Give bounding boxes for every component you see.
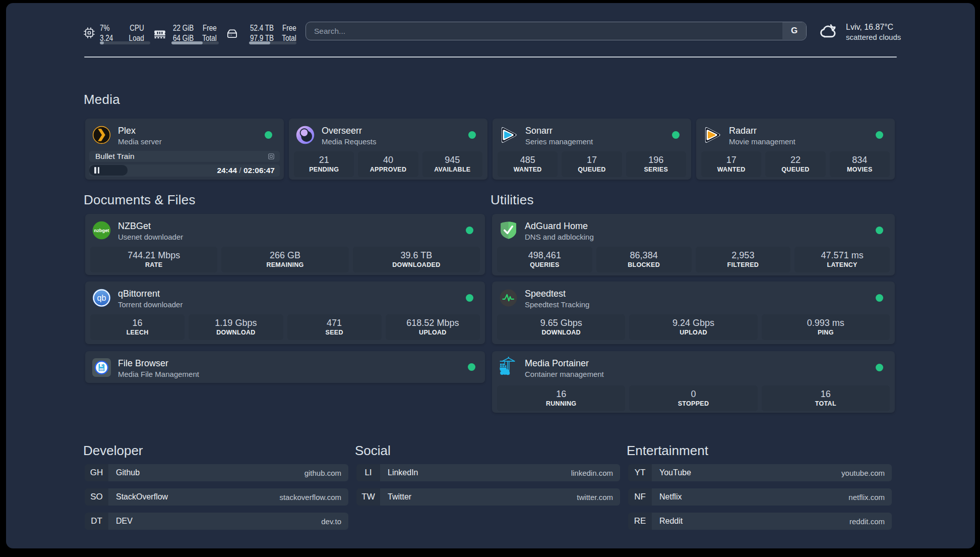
- svg-text:qb: qb: [97, 293, 106, 302]
- svg-text:nzbget: nzbget: [94, 228, 109, 233]
